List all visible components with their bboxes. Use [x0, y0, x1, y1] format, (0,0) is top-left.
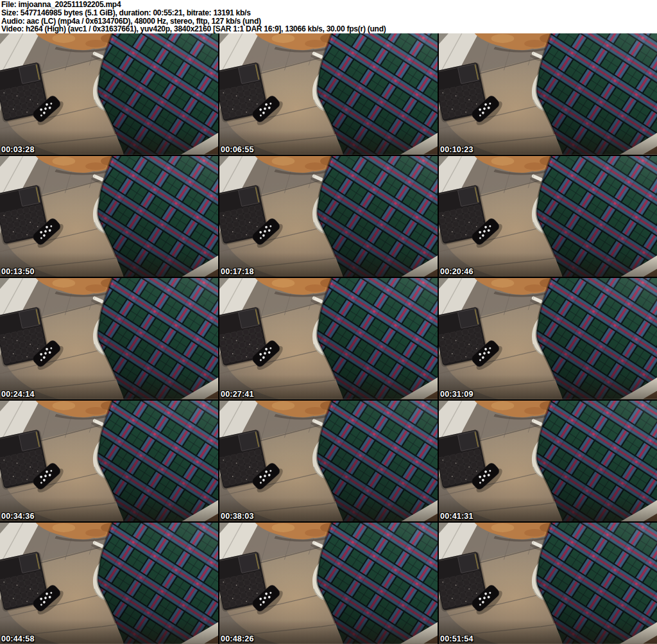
timestamp-overlay: 00:38:03	[221, 512, 254, 521]
thumbnail-grid: 00:03:28 00:06:55 00:10:23 00:13:50 00:1…	[0, 33, 657, 644]
timestamp-overlay: 00:10:23	[440, 145, 474, 154]
video-thumbnail: 00:44:58	[0, 523, 218, 644]
timestamp-overlay: 00:27:41	[221, 390, 254, 399]
timestamp-overlay: 00:13:50	[1, 267, 35, 276]
thumbnail-scene	[0, 278, 218, 399]
video-thumbnail: 00:10:23	[439, 33, 657, 155]
thumbnail-scene	[0, 33, 218, 155]
video-thumbnail: 00:51:54	[439, 523, 657, 644]
video-thumbnail: 00:17:18	[219, 156, 438, 277]
video-thumbnail: 00:38:03	[219, 401, 438, 522]
thumbnail-scene	[439, 523, 657, 644]
video-thumbnail: 00:20:46	[439, 156, 657, 277]
timestamp-overlay: 00:03:28	[1, 145, 35, 154]
thumbnail-scene	[439, 33, 657, 155]
thumbnail-scene	[439, 401, 657, 522]
video-thumbnail: 00:03:28	[0, 33, 218, 155]
thumbnail-scene	[439, 278, 657, 399]
timestamp-overlay: 00:31:09	[440, 390, 474, 399]
video-thumbnail: 00:34:36	[0, 401, 218, 522]
thumbnail-scene	[0, 156, 218, 277]
video-thumbnail: 00:41:31	[439, 401, 657, 522]
video-thumbnail: 00:06:55	[219, 33, 438, 155]
thumbnail-scene	[0, 401, 218, 522]
timestamp-overlay: 00:51:54	[440, 634, 474, 643]
timestamp-overlay: 00:24:14	[1, 390, 35, 399]
timestamp-overlay: 00:41:31	[440, 512, 474, 521]
timestamp-overlay: 00:34:36	[1, 512, 35, 521]
timestamp-overlay: 00:17:18	[221, 267, 254, 276]
video-thumbnail: 00:48:26	[219, 523, 438, 644]
video-thumbnail: 00:24:14	[0, 278, 218, 399]
file-info-line: File: imjoanna_202511192205.mp4	[1, 1, 657, 9]
thumbnail-scene	[219, 278, 438, 399]
timestamp-overlay: 00:48:26	[221, 634, 254, 643]
size-info-line: Size: 5477146985 bytes (5.1 GiB), durati…	[1, 9, 657, 17]
thumbnail-scene	[0, 523, 218, 644]
timestamp-overlay: 00:06:55	[221, 145, 254, 154]
thumbnail-scene	[219, 33, 438, 155]
video-info-line: Video: h264 (High) (avc1 / 0x31637661), …	[1, 25, 657, 33]
video-thumbnail: 00:31:09	[439, 278, 657, 399]
thumbnail-scene	[439, 156, 657, 277]
video-thumbnail: 00:13:50	[0, 156, 218, 277]
thumbnail-scene	[219, 523, 438, 644]
timestamp-overlay: 00:20:46	[440, 267, 474, 276]
contact-sheet: File: imjoanna_202511192205.mp4 Size: 54…	[0, 0, 657, 644]
timestamp-overlay: 00:44:58	[1, 634, 35, 643]
thumbnail-scene	[219, 401, 438, 522]
media-info-header: File: imjoanna_202511192205.mp4 Size: 54…	[0, 0, 657, 33]
thumbnail-scene	[219, 156, 438, 277]
video-thumbnail: 00:27:41	[219, 278, 438, 399]
